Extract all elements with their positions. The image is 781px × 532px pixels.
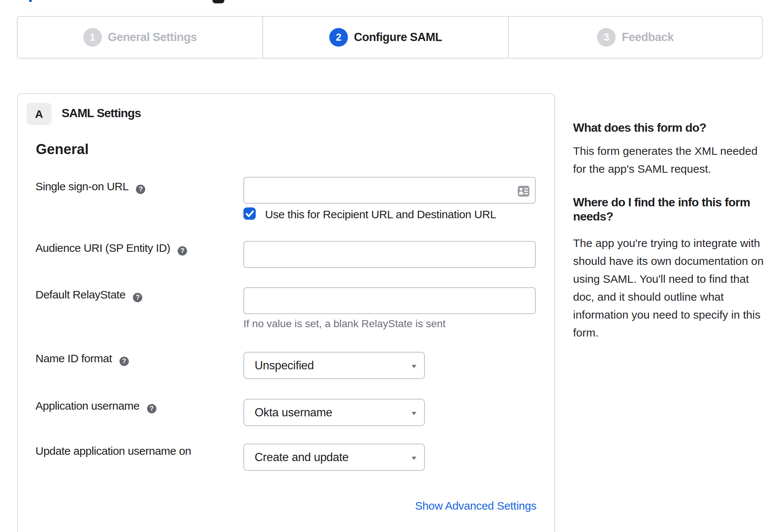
application-username-select[interactable]: Okta username — [243, 399, 425, 426]
cutoff-title-descender-fragment — [212, 0, 224, 3]
sidebar-paragraph-2: The app you're trying to integrate with … — [573, 234, 763, 342]
step-number-badge: 3 — [597, 28, 616, 47]
label-single-sign-on-url: Single sign-on URL? — [35, 180, 145, 194]
single-sign-on-url-input[interactable] — [243, 177, 536, 204]
help-icon[interactable]: ? — [178, 246, 187, 256]
checkmark-icon — [245, 209, 255, 219]
show-advanced-settings-link[interactable]: Show Advanced Settings — [415, 499, 536, 513]
wizard-stepper: 1 General Settings 2 Configure SAML 3 Fe… — [17, 16, 763, 59]
help-icon[interactable]: ? — [119, 357, 129, 366]
label-name-id-format: Name ID format? — [35, 352, 129, 366]
section-title: SAML Settings — [62, 106, 141, 121]
help-icon[interactable]: ? — [147, 404, 156, 413]
audience-uri-input[interactable] — [243, 241, 536, 268]
step-general-settings[interactable]: 1 General Settings — [18, 17, 262, 58]
use-for-recipient-checkbox[interactable] — [243, 207, 256, 220]
sidebar-heading-1: What does this form do? — [573, 121, 706, 135]
name-id-format-select[interactable]: Unspecified — [243, 352, 425, 379]
caret-down-icon — [412, 365, 416, 368]
label-audience-uri: Audience URI (SP Entity ID)? — [35, 241, 187, 256]
contact-card-icon — [518, 186, 529, 197]
sidebar-paragraph-1: This form generates the XML needed for t… — [573, 142, 757, 178]
help-icon[interactable]: ? — [133, 293, 142, 302]
default-relaystate-input[interactable] — [243, 287, 536, 314]
step-feedback[interactable]: 3 Feedback — [508, 17, 762, 58]
section-badge: A — [27, 103, 52, 125]
saml-settings-panel: A SAML Settings General Single sign-on U… — [17, 93, 555, 532]
caret-down-icon — [412, 457, 416, 460]
update-application-username-select[interactable]: Create and update — [243, 444, 425, 471]
relaystate-hint: If no value is set, a blank RelayState i… — [243, 317, 446, 330]
help-icon[interactable]: ? — [136, 185, 145, 194]
label-default-relaystate: Default RelayState? — [35, 288, 142, 302]
sidebar-heading-2: Where do I find the info this form needs… — [573, 195, 750, 223]
step-number-badge: 2 — [329, 28, 348, 47]
step-configure-saml[interactable]: 2 Configure SAML — [262, 17, 508, 58]
label-application-username: Application username? — [35, 399, 156, 413]
cutoff-blue-text-fragment — [29, 0, 32, 2]
caret-down-icon — [412, 412, 416, 415]
step-number-badge: 1 — [83, 28, 102, 47]
use-for-recipient-checkbox-label[interactable]: Use this for Recipient URL and Destinati… — [265, 208, 496, 221]
group-title-general: General — [36, 141, 89, 158]
label-update-application-username: Update application username on — [35, 444, 191, 458]
